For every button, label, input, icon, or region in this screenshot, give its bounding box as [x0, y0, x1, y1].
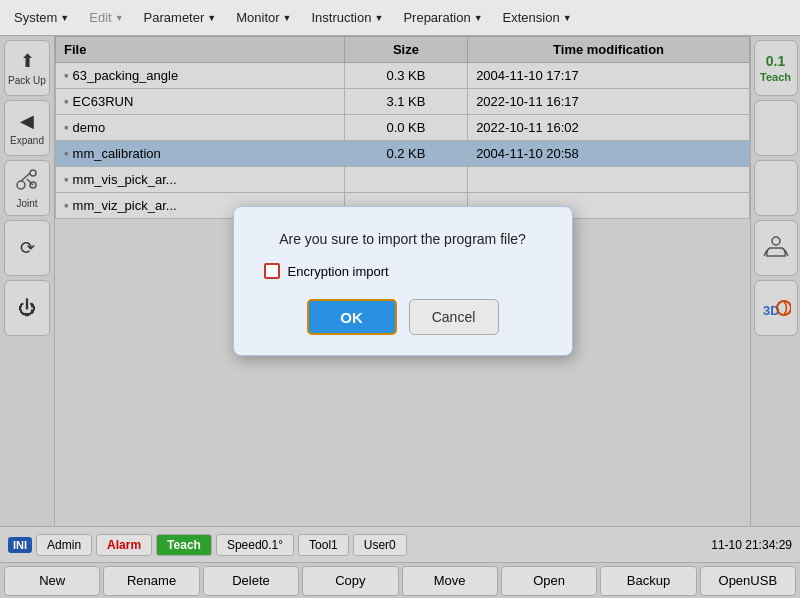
sidebar-expand[interactable]: ◀ Expand [4, 100, 50, 156]
status-admin: Admin [36, 534, 92, 556]
sidebar-pack-up[interactable]: ⬆ Pack Up [4, 40, 50, 96]
menu-instruction[interactable]: Instruction ▼ [302, 6, 394, 29]
svg-point-5 [772, 237, 780, 245]
dialog-overlay: Are you sure to import the program file?… [55, 36, 750, 526]
menu-system[interactable]: System ▼ [4, 6, 79, 29]
file-area: File Size Time modification ▪63_packing_… [55, 36, 750, 526]
sidebar-power[interactable]: ⏻ [4, 280, 50, 336]
status-bar: INI Admin Alarm Teach Speed0.1° Tool1 Us… [0, 526, 800, 562]
encryption-label: Encryption import [288, 264, 389, 279]
sidebar-config[interactable]: ⟳ [4, 220, 50, 276]
status-time: 11-10 21:34:29 [711, 538, 792, 552]
dialog-buttons: OK Cancel [264, 299, 542, 335]
menu-instruction-arrow: ▼ [374, 13, 383, 23]
right-btn-5[interactable]: 3D [754, 280, 798, 336]
ok-button[interactable]: OK [307, 299, 397, 335]
menu-edit[interactable]: Edit ▼ [79, 6, 133, 29]
robot-icon [762, 234, 790, 262]
right-btn-3[interactable] [754, 160, 798, 216]
ini-badge: INI [8, 537, 32, 553]
menu-edit-arrow: ▼ [115, 13, 124, 23]
menu-extension-arrow: ▼ [563, 13, 572, 23]
power-icon: ⏻ [18, 298, 36, 319]
cancel-button[interactable]: Cancel [409, 299, 499, 335]
menu-monitor[interactable]: Monitor ▼ [226, 6, 301, 29]
toolbar-btn-copy[interactable]: Copy [302, 566, 398, 596]
config-icon: ⟳ [20, 237, 35, 259]
right-btn-2[interactable] [754, 100, 798, 156]
encryption-checkbox[interactable] [264, 263, 280, 279]
teach-value: 0.1 [766, 53, 785, 69]
sidebar-joint[interactable]: Joint [4, 160, 50, 216]
bottom-toolbar: NewRenameDeleteCopyMoveOpenBackupOpenUSB [0, 562, 800, 598]
menu-monitor-arrow: ▼ [283, 13, 292, 23]
toolbar-btn-rename[interactable]: Rename [103, 566, 199, 596]
menu-preparation-arrow: ▼ [474, 13, 483, 23]
import-dialog: Are you sure to import the program file?… [233, 206, 573, 356]
main-area: ⬆ Pack Up ◀ Expand Joint ⟳ ⏻ [0, 36, 800, 526]
3d-icon: 3D [761, 293, 791, 323]
toolbar-btn-open[interactable]: Open [501, 566, 597, 596]
status-alarm: Alarm [96, 534, 152, 556]
menu-preparation[interactable]: Preparation ▼ [393, 6, 492, 29]
toolbar-btn-backup[interactable]: Backup [600, 566, 696, 596]
status-speed: Speed0.1° [216, 534, 294, 556]
menu-bar: System ▼ Edit ▼ Parameter ▼ Monitor ▼ In… [0, 0, 800, 36]
dialog-title: Are you sure to import the program file? [264, 231, 542, 247]
menu-system-arrow: ▼ [60, 13, 69, 23]
status-teach: Teach [156, 534, 212, 556]
menu-parameter[interactable]: Parameter ▼ [134, 6, 227, 29]
expand-icon: ◀ [20, 110, 34, 132]
right-teach-btn[interactable]: 0.1 Teach [754, 40, 798, 96]
toolbar-btn-move[interactable]: Move [402, 566, 498, 596]
joint-icon [16, 168, 38, 195]
menu-parameter-arrow: ▼ [207, 13, 216, 23]
left-sidebar: ⬆ Pack Up ◀ Expand Joint ⟳ ⏻ [0, 36, 55, 526]
dialog-checkbox-row: Encryption import [264, 263, 542, 279]
right-btn-4[interactable] [754, 220, 798, 276]
teach-label: Teach [760, 71, 791, 83]
toolbar-btn-delete[interactable]: Delete [203, 566, 299, 596]
svg-point-1 [30, 170, 36, 176]
toolbar-btn-openusb[interactable]: OpenUSB [700, 566, 796, 596]
right-sidebar: 0.1 Teach 3D [750, 36, 800, 526]
svg-point-0 [17, 181, 25, 189]
status-user: User0 [353, 534, 407, 556]
pack-up-icon: ⬆ [20, 50, 35, 72]
status-tool: Tool1 [298, 534, 349, 556]
toolbar-btn-new[interactable]: New [4, 566, 100, 596]
menu-extension[interactable]: Extension ▼ [493, 6, 582, 29]
